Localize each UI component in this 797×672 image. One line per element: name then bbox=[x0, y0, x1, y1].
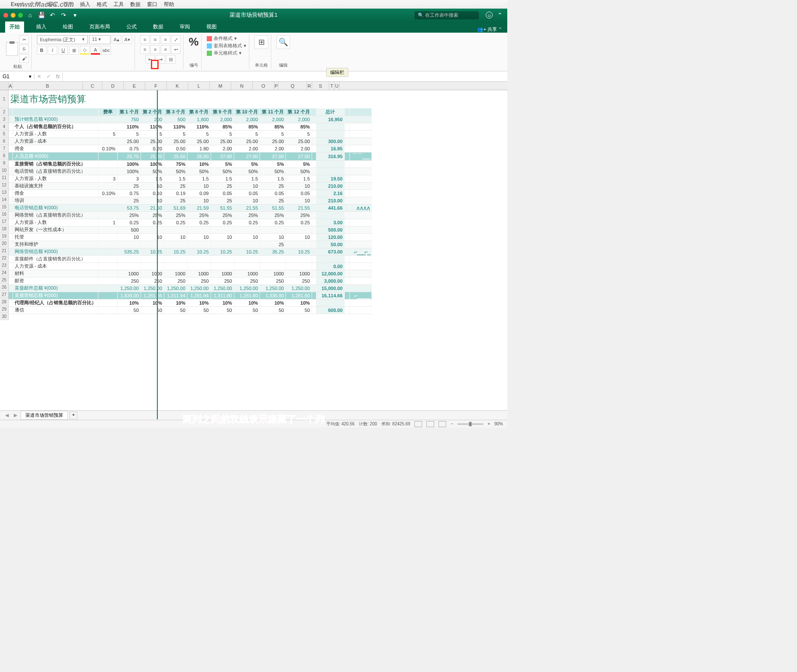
search-input[interactable]: 🔍 在工作表中搜索 bbox=[414, 11, 479, 19]
fx-icon[interactable]: fx bbox=[53, 73, 62, 79]
column-header[interactable]: F bbox=[145, 82, 167, 90]
name-box[interactable]: G1▾ bbox=[0, 73, 34, 79]
save-icon[interactable]: 💾 bbox=[37, 12, 45, 18]
zoom-out-icon[interactable]: − bbox=[451, 422, 453, 426]
column-header[interactable]: U bbox=[334, 82, 340, 90]
align-top-icon[interactable]: ≡ bbox=[140, 35, 150, 44]
align-middle-icon[interactable]: ≡ bbox=[150, 35, 160, 44]
find-icon[interactable]: 🔍 bbox=[276, 35, 290, 49]
annotation-text: 两列之间的双线表示隐藏了一个列 bbox=[183, 413, 325, 426]
group-alignment: ≡ ≡ ≡ ⤢ ≡ ≡ ≡ ↩ ⇤ ⇥ ⊟ bbox=[138, 34, 184, 69]
spreadsheet-grid[interactable]: 1234567891011121314151617181920212223242… bbox=[0, 90, 507, 419]
menu-window[interactable]: 窗口 bbox=[147, 1, 157, 8]
zoom-slider[interactable] bbox=[457, 423, 483, 425]
sheet-prev-icon[interactable]: ◀ bbox=[3, 412, 10, 418]
formula-bar: G1▾ ✕ ✓ fx bbox=[0, 71, 507, 82]
zoom-in-icon[interactable]: + bbox=[487, 422, 490, 426]
column-header[interactable]: P bbox=[274, 82, 279, 90]
underline-button[interactable]: U bbox=[58, 46, 68, 55]
normal-view-icon[interactable] bbox=[414, 421, 422, 427]
format-painter-icon[interactable]: 🖌 bbox=[19, 54, 29, 63]
status-count: 计数: 200 bbox=[359, 421, 377, 427]
share-button[interactable]: 👥+ 共享 ⌃ bbox=[477, 26, 502, 33]
column-header[interactable]: R bbox=[307, 82, 312, 90]
align-left-icon[interactable]: ≡ bbox=[140, 45, 150, 54]
font-size-select[interactable]: 11 ▾ bbox=[89, 35, 110, 44]
copy-icon[interactable]: ⎘ bbox=[19, 45, 29, 53]
collapse-ribbon-icon[interactable]: ⌃ bbox=[496, 12, 504, 18]
cancel-icon[interactable]: ✕ bbox=[34, 73, 44, 79]
column-header[interactable]: K bbox=[167, 82, 188, 90]
tab-data[interactable]: 数据 bbox=[149, 21, 168, 33]
bold-button[interactable]: B bbox=[37, 46, 46, 55]
home-icon[interactable]: ⌂ bbox=[26, 12, 34, 18]
tab-formulas[interactable]: 公式 bbox=[122, 21, 141, 33]
column-header[interactable]: T bbox=[329, 82, 334, 90]
fill-color-icon[interactable]: ◇ bbox=[80, 46, 89, 55]
align-right-icon[interactable]: ≡ bbox=[161, 45, 170, 54]
tab-insert[interactable]: 插入 bbox=[32, 21, 51, 33]
menu-insert[interactable]: 插入 bbox=[80, 1, 90, 8]
phonetic-icon[interactable]: abc bbox=[101, 46, 111, 55]
watermark: www.MacSC.com bbox=[17, 1, 74, 9]
column-header[interactable]: M bbox=[210, 82, 231, 90]
sheet-next-icon[interactable]: ▶ bbox=[12, 412, 19, 418]
group-editing: 🔍 编辑 bbox=[274, 34, 293, 69]
cell-style-button[interactable]: 单元格样式 ▾ bbox=[207, 50, 246, 56]
increase-font-icon[interactable]: A▴ bbox=[112, 35, 121, 44]
tab-home[interactable]: 开始 bbox=[5, 21, 24, 33]
column-header[interactable]: A bbox=[9, 82, 12, 90]
add-sheet-button[interactable]: + bbox=[70, 412, 77, 419]
conditional-format-button[interactable]: 条件格式 ▾ bbox=[207, 35, 246, 42]
column-header[interactable]: L bbox=[188, 82, 210, 90]
orientation-icon[interactable]: ⤢ bbox=[171, 35, 181, 44]
menu-data[interactable]: 数据 bbox=[130, 1, 141, 8]
formula-input[interactable] bbox=[62, 71, 507, 81]
close-icon[interactable] bbox=[3, 13, 8, 18]
tab-layout[interactable]: 页面布局 bbox=[85, 21, 114, 33]
page-layout-icon[interactable] bbox=[426, 421, 434, 427]
cut-icon[interactable]: ✂ bbox=[19, 35, 29, 44]
merge-icon[interactable]: ⊟ bbox=[166, 55, 175, 64]
tab-draw[interactable]: 绘图 bbox=[58, 21, 77, 33]
tab-view[interactable]: 视图 bbox=[202, 21, 221, 33]
decrease-font-icon[interactable]: A▾ bbox=[123, 35, 132, 44]
paste-icon[interactable] bbox=[6, 42, 18, 56]
freeze-pane-line bbox=[157, 90, 158, 419]
menu-tools[interactable]: 工具 bbox=[113, 1, 124, 8]
cells-icon[interactable]: ⊞ bbox=[254, 35, 268, 49]
column-header[interactable]: Q bbox=[279, 82, 307, 90]
align-bottom-icon[interactable]: ≡ bbox=[161, 35, 170, 44]
column-header[interactable]: O bbox=[253, 82, 274, 90]
maximize-icon[interactable] bbox=[18, 13, 23, 18]
menu-help[interactable]: 帮助 bbox=[164, 1, 174, 8]
undo-icon[interactable]: ↶ bbox=[49, 12, 56, 18]
redo-icon[interactable]: ↷ bbox=[60, 12, 67, 18]
group-styles: 条件格式 ▾ 套用表格格式 ▾ 单元格样式 ▾ bbox=[204, 34, 249, 69]
qat-dropdown-icon[interactable]: ▾ bbox=[71, 12, 79, 18]
font-color-icon[interactable]: A bbox=[91, 46, 100, 55]
table-format-button[interactable]: 套用表格格式 ▾ bbox=[207, 43, 246, 49]
column-header[interactable]: C bbox=[83, 82, 102, 90]
feedback-icon[interactable]: ☺ bbox=[486, 12, 493, 18]
column-header[interactable]: N bbox=[231, 82, 253, 90]
document-title: 渠道市场营销预算1 bbox=[230, 11, 277, 19]
font-name-select[interactable]: Euphemia (正文)▾ bbox=[37, 35, 88, 44]
page-break-icon[interactable] bbox=[438, 421, 446, 427]
italic-button[interactable]: I bbox=[48, 46, 57, 55]
column-header[interactable]: S bbox=[312, 82, 329, 90]
select-all-corner[interactable] bbox=[0, 82, 9, 90]
wrap-text-icon[interactable]: ↩ bbox=[171, 45, 181, 54]
minimize-icon[interactable] bbox=[11, 13, 15, 18]
border-icon[interactable]: ⊞ bbox=[69, 46, 79, 55]
confirm-icon[interactable]: ✓ bbox=[44, 73, 53, 79]
column-header[interactable]: B bbox=[12, 82, 83, 90]
menu-format[interactable]: 格式 bbox=[97, 1, 107, 8]
align-center-icon[interactable]: ≡ bbox=[150, 45, 160, 54]
zoom-level[interactable]: 90% bbox=[494, 422, 503, 426]
sheet-tab[interactable]: 渠道市场营销预算 bbox=[21, 411, 68, 420]
tab-review[interactable]: 审阅 bbox=[175, 21, 194, 33]
column-header[interactable]: E bbox=[124, 82, 145, 90]
percent-icon[interactable]: % bbox=[189, 35, 199, 49]
column-header[interactable]: D bbox=[102, 82, 124, 90]
